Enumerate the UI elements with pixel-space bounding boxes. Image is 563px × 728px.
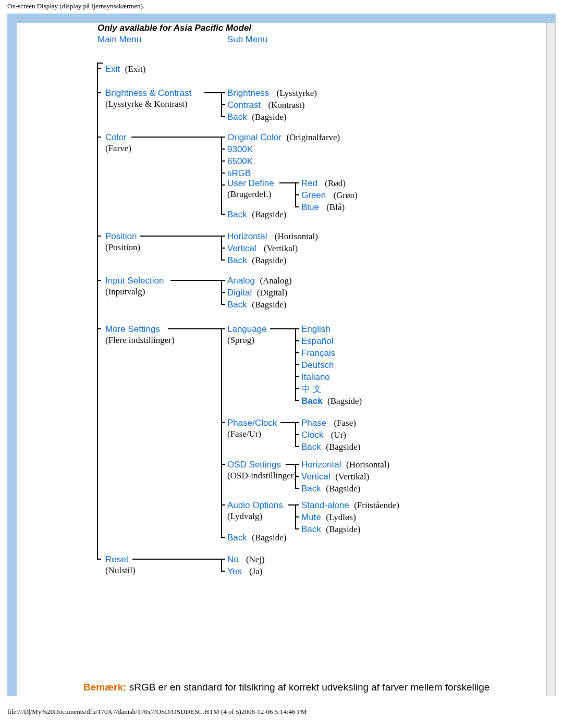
menu-reset: Reset: [105, 554, 128, 564]
sub-red: Red (Rød): [301, 178, 346, 189]
sub-input-back: Back (Bagside): [227, 299, 286, 310]
lang-chinese: 中 文: [301, 384, 322, 394]
col-sub: Sub Menu: [227, 34, 268, 45]
sub-user-define: User Define(Brugerdef.): [227, 178, 274, 200]
sub-color-back: Back (Bagside): [227, 209, 286, 220]
sub-phase-clock: Phase/Clock(Fase/Ur): [227, 417, 277, 440]
lang-english: English: [301, 324, 331, 335]
sub-original-color: Original Color (Originalfarve): [227, 132, 340, 143]
title: Only available for Asia Pacific Model: [97, 23, 555, 33]
menu-input-selection: Input Selection: [105, 276, 164, 286]
sub-digital: Digital (Digital): [227, 287, 287, 298]
menu-exit: Exit (Exit): [105, 64, 145, 74]
osd-tree: Exit (Exit) Brightness & Contrast (Lysst…: [90, 57, 555, 594]
menu-brightness-contrast-loc: (Lysstyrke & Kontrast): [105, 99, 188, 109]
sub-brightness: Brightness (Lysstyrke): [227, 88, 317, 98]
page-header: On-screen Display (display på fjernsynss…: [0, 0, 563, 14]
osd-vertical: Vertical (Vertikal): [301, 471, 369, 482]
lang-espanol: Español: [301, 336, 333, 347]
sub-clock: Clock (Ur): [301, 429, 346, 440]
lang-italiano: Italiano: [301, 372, 330, 382]
sub-language: Language(Sprog): [227, 324, 267, 346]
sub-phase: Phase (Fase): [301, 417, 356, 428]
lang-back: Back (Bagside): [301, 396, 362, 406]
audio-back: Back (Bagside): [301, 524, 360, 535]
menu-reset-loc: (Nulstil): [105, 565, 136, 575]
sub-green: Green (Grøn): [301, 190, 358, 201]
menu-input-selection-loc: (Inputvalg): [105, 287, 145, 297]
menu-position: Position: [105, 231, 137, 241]
sub-analog: Analog (Analog): [227, 275, 292, 286]
menu-more-settings-loc: (Flere indstillinger): [105, 335, 175, 345]
sub-audio-options: Audio Options(Lydvalg): [227, 500, 283, 522]
sub-contrast: Contrast (Kontrast): [227, 100, 304, 110]
more-back: Back (Bagside): [227, 532, 286, 543]
reset-yes: Yes (Ja): [227, 566, 262, 577]
footer-path: file:///D|/My%20Documents/dfu/170X7/dani…: [0, 696, 563, 720]
menu-brightness-contrast: Brightness & Contrast: [105, 88, 191, 98]
menu-color: Color: [105, 132, 127, 142]
col-main: Main Menu: [97, 34, 141, 44]
osd-back: Back (Bagside): [301, 483, 360, 494]
note-text: Bemærk: sRGB er en standard for tilsikri…: [83, 682, 489, 693]
sub-blue: Blue (Blå): [301, 202, 345, 213]
menu-position-loc: (Position): [105, 242, 140, 252]
lang-francais: Français: [301, 348, 335, 359]
sub-pc-back: Back (Bagside): [301, 441, 360, 452]
sub-9300k: 9300K: [227, 144, 253, 155]
document-frame: Only available for Asia Pacific Model Ma…: [7, 14, 556, 696]
audio-mute: Mute (Lydløs): [301, 512, 356, 523]
reset-no: No (Nej): [227, 554, 265, 565]
lang-deutsch: Deutsch: [301, 360, 334, 371]
menu-color-loc: (Farve): [105, 143, 131, 153]
sub-horizontal: Horizontal (Horisontal): [227, 231, 318, 242]
sub-6500k: 6500K: [227, 156, 253, 167]
sub-pos-back: Back (Bagside): [227, 255, 286, 266]
sub-vertical: Vertical (Vertikal): [227, 243, 298, 254]
sub-bc-back: Back (Bagside): [227, 112, 286, 122]
sub-osd-settings: OSD Settings(OSD-indstillinger): [227, 459, 297, 482]
osd-horizontal: Horizontal (Horisontal): [301, 459, 389, 470]
audio-standalone: Stand-alone (Fritstående): [301, 500, 399, 511]
menu-more-settings: More Settings: [105, 324, 160, 334]
